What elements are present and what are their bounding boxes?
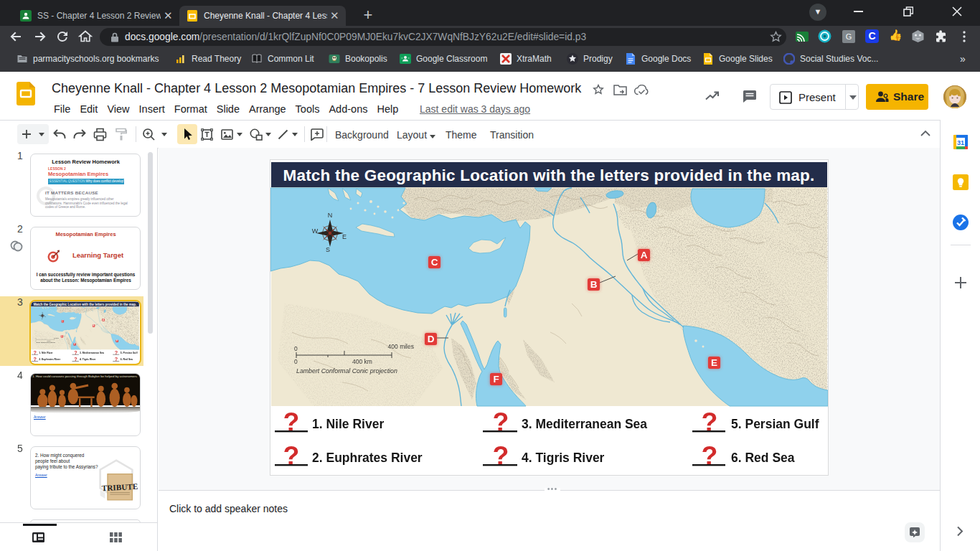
svg-text:E: E [711,357,717,368]
svg-text:A: A [641,250,648,260]
svg-text:4. Tigris River: 4. Tigris River [522,451,605,465]
svg-text:31: 31 [957,139,964,146]
svg-text:E: E [342,233,347,240]
svg-text:?: ? [283,441,300,471]
svg-text:B: B [590,279,598,290]
svg-text:3. Mediterranean Sea: 3. Mediterranean Sea [522,417,647,431]
svg-text:5. Persian Gulf: 5. Persian Gulf [731,417,819,431]
svg-text:?: ? [283,407,300,437]
svg-text:400 km: 400 km [352,358,372,365]
svg-text:?: ? [493,441,509,471]
svg-text:W: W [312,227,319,235]
svg-text:Lambert Conformal Conic projec: Lambert Conformal Conic projection [296,367,397,375]
svg-text:0: 0 [294,358,298,365]
svg-text:?: ? [493,407,509,437]
svg-text:F: F [493,374,499,385]
svg-text:D: D [428,334,435,344]
svg-text:?: ? [702,407,718,437]
svg-text:Match the Geographic Location: Match the Geographic Location with the l… [283,166,815,184]
svg-text:0: 0 [294,345,298,352]
svg-text:C: C [431,257,438,268]
svg-text:2. Euphrates River: 2. Euphrates River [312,451,423,465]
svg-text:1. Nile River: 1. Nile River [312,417,384,431]
svg-text:N: N [328,212,333,219]
svg-text:6. Red Sea: 6. Red Sea [731,451,795,465]
svg-text:S: S [326,246,330,253]
svg-text:?: ? [702,441,718,471]
svg-text:400 miles: 400 miles [388,343,414,350]
